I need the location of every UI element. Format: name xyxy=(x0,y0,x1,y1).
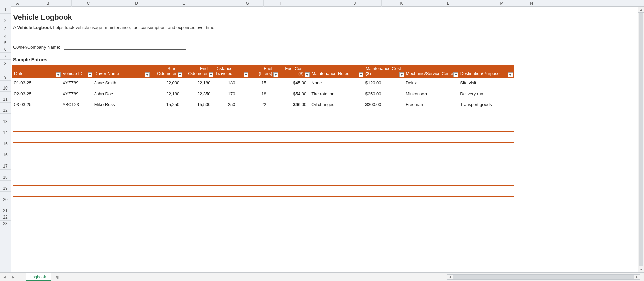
cell-empty[interactable] xyxy=(61,121,93,132)
cell-empty[interactable] xyxy=(214,197,249,207)
cell-empty[interactable] xyxy=(13,143,61,153)
vscroll-down-button[interactable]: ▼ xyxy=(638,266,644,272)
filter-dropdown-icon[interactable] xyxy=(399,72,404,77)
cell-empty[interactable] xyxy=(310,110,364,121)
vscroll-track[interactable] xyxy=(638,13,644,266)
cell-empty[interactable] xyxy=(214,132,249,143)
cell-distance[interactable]: 250 xyxy=(214,99,249,110)
cell-empty[interactable] xyxy=(183,175,214,186)
cell-empty[interactable] xyxy=(249,143,279,153)
cell-empty[interactable] xyxy=(404,197,459,207)
row-header-5[interactable]: 5 xyxy=(0,40,11,46)
cell-end-odo[interactable]: 15,500 xyxy=(183,99,214,110)
cell-start-odo[interactable]: 22,000 xyxy=(150,78,183,88)
filter-dropdown-icon[interactable] xyxy=(209,72,213,77)
cell-empty[interactable] xyxy=(459,132,513,143)
cell-notes[interactable]: None xyxy=(310,78,364,88)
hscroll-track[interactable] xyxy=(453,274,634,280)
cell-empty[interactable] xyxy=(13,121,61,132)
col-header-H[interactable]: H xyxy=(264,0,296,7)
cell-vehicle-id[interactable]: XYZ789 xyxy=(61,78,93,88)
row-header-8[interactable]: 8 xyxy=(0,60,11,67)
cell-empty[interactable] xyxy=(61,132,93,143)
row-header-23[interactable]: 23 xyxy=(0,221,11,227)
col-header-mechanic[interactable]: Mechanic/Service Center xyxy=(404,65,459,78)
col-header-end_odo[interactable]: End Odometer xyxy=(183,65,214,78)
cell-notes[interactable]: Tire rotation xyxy=(310,88,364,99)
cell-empty[interactable] xyxy=(459,186,513,197)
cell-empty[interactable] xyxy=(404,132,459,143)
col-header-dest[interactable]: Destination/Purpose xyxy=(459,65,513,78)
cell-empty[interactable] xyxy=(459,110,513,121)
tab-next-icon[interactable]: ► xyxy=(12,275,16,279)
col-header-start_odo[interactable]: Start Odometer xyxy=(150,65,183,78)
cell-empty[interactable] xyxy=(249,132,279,143)
row-header-17[interactable]: 17 xyxy=(0,158,11,170)
filter-dropdown-icon[interactable] xyxy=(359,72,363,77)
col-header-M[interactable]: M xyxy=(475,0,529,7)
col-header-A[interactable]: A xyxy=(11,0,24,7)
cell-empty[interactable] xyxy=(214,110,249,121)
cell-empty[interactable] xyxy=(61,175,93,186)
cell-empty[interactable] xyxy=(310,132,364,143)
cell-mechanic[interactable]: Delux xyxy=(404,78,459,88)
row-header-4[interactable]: 4 xyxy=(0,32,11,40)
cell-empty[interactable] xyxy=(150,175,183,186)
cell-empty[interactable] xyxy=(364,121,404,132)
row-header-2[interactable]: 2 xyxy=(0,14,11,24)
cell-empty[interactable] xyxy=(404,110,459,121)
cell-empty[interactable] xyxy=(183,143,214,153)
col-header-fuel[interactable]: Fuel (Liters) xyxy=(249,65,279,78)
row-header-7[interactable]: 7 xyxy=(0,53,11,60)
filter-dropdown-icon[interactable] xyxy=(178,72,182,77)
cell-empty[interactable] xyxy=(279,164,310,175)
cell-empty[interactable] xyxy=(13,197,61,207)
cell-empty[interactable] xyxy=(61,110,93,121)
cell-empty[interactable] xyxy=(183,132,214,143)
cell-empty[interactable] xyxy=(150,153,183,164)
cell-empty[interactable] xyxy=(183,121,214,132)
filter-dropdown-icon[interactable] xyxy=(273,72,278,77)
cell-empty[interactable] xyxy=(404,143,459,153)
row-header-3[interactable]: 3 xyxy=(0,24,11,32)
cell-maint-cost[interactable]: $120.00 xyxy=(364,78,404,88)
cell-empty[interactable] xyxy=(279,175,310,186)
cell-empty[interactable] xyxy=(150,132,183,143)
cell-empty[interactable] xyxy=(279,186,310,197)
cell-empty[interactable] xyxy=(459,197,513,207)
cell-empty[interactable] xyxy=(150,197,183,207)
cell-empty[interactable] xyxy=(13,132,61,143)
cell-empty[interactable] xyxy=(214,186,249,197)
row-header-10[interactable]: 10 xyxy=(0,81,11,92)
col-header-E[interactable]: E xyxy=(168,0,200,7)
cell-empty[interactable] xyxy=(150,121,183,132)
cell-empty[interactable] xyxy=(183,197,214,207)
cell-dest[interactable]: Transport goods xyxy=(459,99,513,110)
col-header-maint_notes[interactable]: Maintenance Notes xyxy=(310,65,364,78)
cell-driver[interactable]: John Doe xyxy=(93,88,150,99)
row-header-6[interactable]: 6 xyxy=(0,46,11,53)
cell-vehicle-id[interactable]: XYZ789 xyxy=(61,88,93,99)
cell-empty[interactable] xyxy=(249,121,279,132)
table-row[interactable]: 03-03-25ABC123Mike Ross15,25015,50025022… xyxy=(13,99,514,110)
table-row-empty[interactable] xyxy=(13,143,514,153)
col-header-K[interactable]: K xyxy=(382,0,421,7)
col-header-B[interactable]: B xyxy=(24,0,72,7)
col-header-date[interactable]: Date xyxy=(13,65,61,78)
hscroll-right-button[interactable]: ► xyxy=(634,274,640,280)
cell-empty[interactable] xyxy=(249,164,279,175)
cell-empty[interactable] xyxy=(13,164,61,175)
row-header-22[interactable]: 22 xyxy=(0,214,11,221)
cell-empty[interactable] xyxy=(61,186,93,197)
cell-empty[interactable] xyxy=(183,164,214,175)
cell-empty[interactable] xyxy=(279,197,310,207)
cell-empty[interactable] xyxy=(364,153,404,164)
col-header-maint_cost[interactable]: Maintenance Cost ($) xyxy=(364,65,404,78)
cell-end-odo[interactable]: 22,180 xyxy=(183,78,214,88)
cell-empty[interactable] xyxy=(364,197,404,207)
cell-empty[interactable] xyxy=(214,153,249,164)
cell-empty[interactable] xyxy=(150,110,183,121)
cell-empty[interactable] xyxy=(13,175,61,186)
cell-empty[interactable] xyxy=(364,110,404,121)
col-header-vehicle_id[interactable]: Vehicle ID xyxy=(61,65,93,78)
